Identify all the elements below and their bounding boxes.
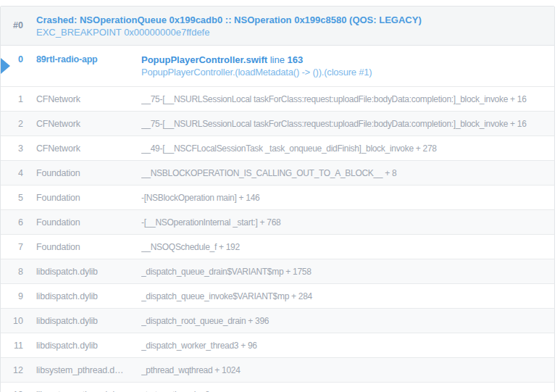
crash-title-block: Crashed: NSOperationQueue 0x199cadb0 :: … — [36, 14, 422, 38]
frame-symbol: _dispatch_root_queue_drain + 396 — [141, 316, 554, 326]
frame-number: 4 — [1, 168, 23, 178]
frame-library: CFNetwork — [36, 143, 129, 154]
frame-number: 11 — [1, 341, 23, 351]
frame-symbol: __75-[__NSURLSessionLocal taskForClass:r… — [141, 94, 554, 104]
frame-library: Foundation — [36, 168, 129, 178]
crash-title: Crashed: NSOperationQueue 0x199cadb0 :: … — [36, 14, 422, 26]
frame-symbol: PopupPlayerController.(loadMetadata() ->… — [141, 66, 547, 78]
frame-library: CFNetwork — [36, 119, 129, 129]
stack-frame-row: 13 libsystem_pthread.d… start_wqthread +… — [1, 383, 554, 392]
frame-symbol: __49-[__NSCFLocalSessionTask _task_onque… — [141, 143, 554, 154]
stack-frame-row: 10 libdispatch.dylib _dispatch_root_queu… — [1, 309, 554, 333]
frame-library: 89rtl-radio-app — [36, 54, 129, 64]
frame-file: PopupPlayerController.swift — [141, 54, 267, 65]
frame-symbol: __75-[__NSURLSessionLocal taskForClass:r… — [141, 119, 554, 129]
frame-number: 2 — [1, 119, 23, 129]
frame-line-number: 163 — [288, 54, 304, 65]
selected-frame-arrow-icon — [1, 58, 10, 74]
stack-frame-row: 11 libdispatch.dylib _dispatch_worker_th… — [1, 333, 554, 358]
stack-frame-list: 1 CFNetwork __75-[__NSURLSessionLocal ta… — [1, 87, 554, 392]
frame-library: Foundation — [36, 217, 129, 228]
crash-report-panel: #0 Crashed: NSOperationQueue 0x199cadb0 … — [0, 6, 555, 392]
stack-frame-row: 5 Foundation -[NSBlockOperation main] + … — [1, 185, 554, 210]
stack-frame-row: 8 libdispatch.dylib _dispatch_queue_drai… — [1, 259, 554, 284]
stack-frame-row: 12 libsystem_pthread.d… _pthread_wqthrea… — [1, 358, 554, 383]
crash-exception: EXC_BREAKPOINT 0x00000000e7ffdefe — [36, 26, 422, 38]
frame-file-line: PopupPlayerController.swift line 163 — [141, 54, 547, 66]
frame-symbol: _pthread_wqthread + 1024 — [141, 365, 554, 375]
frame-number: 1 — [1, 94, 23, 104]
stack-frame-row: 3 CFNetwork __49-[__NSCFLocalSessionTask… — [1, 136, 554, 161]
frame-symbol-block: PopupPlayerController.swift line 163 Pop… — [141, 54, 547, 78]
stack-frame-row: 2 CFNetwork __75-[__NSURLSessionLocal ta… — [1, 112, 554, 136]
frame-number: 8 — [1, 267, 23, 277]
frame-library: CFNetwork — [36, 94, 129, 104]
thread-index: #0 — [1, 14, 23, 30]
stack-frame-row: 7 Foundation __NSOQSchedule_f + 192 — [1, 235, 554, 259]
frame-library: libdispatch.dylib — [36, 316, 129, 326]
frame-symbol: _dispatch_worker_thread3 + 96 — [141, 341, 554, 351]
frame-library: Foundation — [36, 193, 129, 203]
frame-number: 7 — [1, 242, 23, 252]
stack-frame-row: 9 libdispatch.dylib _dispatch_queue_invo… — [1, 284, 554, 309]
frame-number: 9 — [1, 291, 23, 301]
frame-library: libsystem_pthread.d… — [36, 365, 129, 375]
frame-symbol: -[NSBlockOperation main] + 146 — [141, 193, 554, 203]
frame-library: libdispatch.dylib — [36, 267, 129, 277]
frame-number: 5 — [1, 193, 23, 203]
frame-library: libdispatch.dylib — [36, 341, 129, 351]
frame-symbol: __NSOQSchedule_f + 192 — [141, 242, 554, 252]
frame-symbol: _dispatch_queue_drain$VARIANT$mp + 1758 — [141, 267, 554, 277]
frame-library: Foundation — [36, 242, 129, 252]
frame-number: 12 — [1, 365, 23, 375]
stack-frame-row: 6 Foundation -[__NSOperationInternal _st… — [1, 210, 554, 235]
stack-frame-row: 4 Foundation __NSBLOCKOPERATION_IS_CALLI… — [1, 161, 554, 185]
frame-number: 6 — [1, 217, 23, 228]
crash-thread-header: #0 Crashed: NSOperationQueue 0x199cadb0 … — [1, 7, 554, 46]
frame-library: libdispatch.dylib — [36, 291, 129, 301]
frame-symbol: __NSBLOCKOPERATION_IS_CALLING_OUT_TO_A_B… — [141, 168, 554, 178]
stack-frame-row: 1 CFNetwork __75-[__NSURLSessionLocal ta… — [1, 87, 554, 112]
frame-symbol: _dispatch_queue_invoke$VARIANT$mp + 284 — [141, 291, 554, 301]
frame-number: 10 — [1, 316, 23, 326]
frame-line-label: line — [270, 54, 285, 65]
stack-frame-selected[interactable]: 0 89rtl-radio-app PopupPlayerController.… — [1, 46, 554, 87]
frame-symbol: -[__NSOperationInternal _start:] + 768 — [141, 217, 554, 228]
frame-number: 3 — [1, 143, 23, 154]
